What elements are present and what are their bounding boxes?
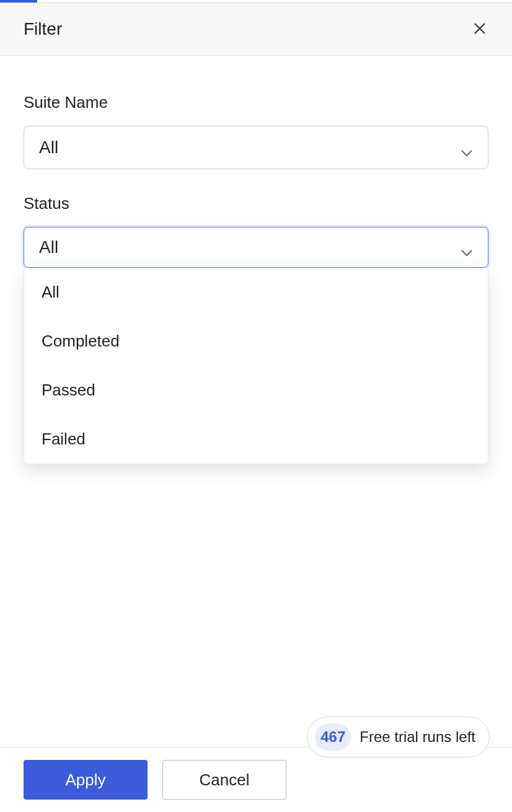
top-border: [0, 2, 512, 3]
apply-button[interactable]: Apply: [24, 760, 148, 800]
status-select-wrapper: All All Completed Passed Failed: [24, 227, 488, 268]
trial-text: Free trial runs left: [360, 728, 475, 746]
status-option-all[interactable]: All: [24, 268, 488, 317]
status-selected-value: All: [39, 237, 58, 257]
status-label: Status: [24, 194, 488, 213]
suite-name-label: Suite Name: [24, 93, 488, 112]
status-field: Status All All Completed Passed Failed: [24, 194, 488, 268]
suite-name-selected-value: All: [39, 138, 58, 157]
status-dropdown: All Completed Passed Failed: [24, 268, 488, 464]
filter-title: Filter: [24, 19, 62, 39]
filter-header: Filter: [0, 3, 512, 56]
chevron-down-icon: [461, 141, 473, 154]
close-icon: [472, 21, 487, 38]
filter-content: Suite Name All Status All All Completed …: [0, 56, 512, 268]
suite-name-select[interactable]: All: [24, 126, 488, 169]
suite-name-select-wrapper: All: [24, 126, 488, 169]
trial-count: 467: [315, 723, 351, 751]
chevron-down-icon: [461, 241, 473, 254]
suite-name-field: Suite Name All: [24, 93, 488, 169]
status-option-failed[interactable]: Failed: [24, 415, 488, 464]
cancel-button[interactable]: Cancel: [162, 760, 286, 800]
status-select[interactable]: All: [24, 227, 488, 268]
status-option-passed[interactable]: Passed: [24, 366, 488, 415]
status-option-completed[interactable]: Completed: [24, 317, 488, 366]
trial-badge[interactable]: 467 Free trial runs left: [307, 717, 490, 757]
close-button[interactable]: [471, 20, 488, 38]
